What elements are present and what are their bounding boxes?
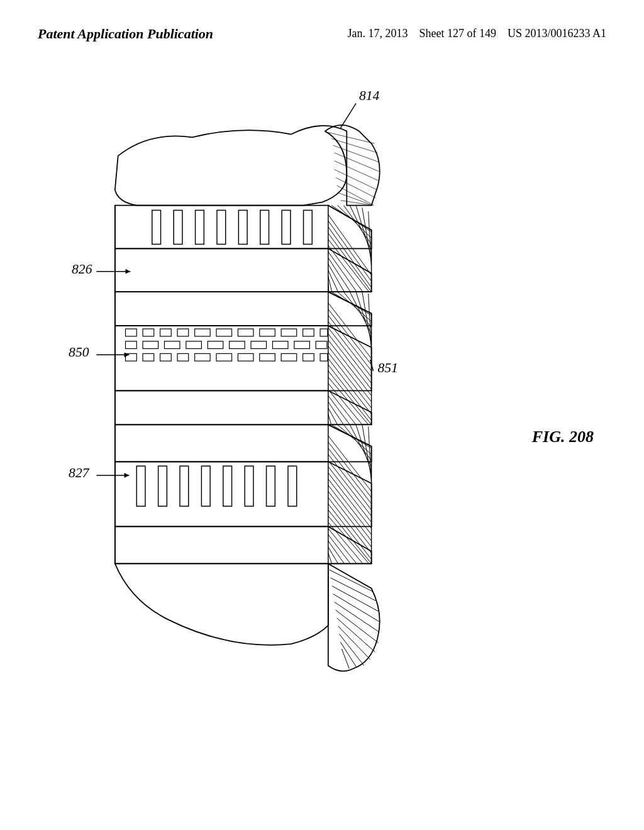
svg-rect-112 <box>223 466 232 506</box>
svg-rect-64 <box>294 341 310 349</box>
svg-rect-76 <box>320 353 328 361</box>
svg-line-147 <box>335 602 380 632</box>
svg-line-86 <box>328 315 372 370</box>
svg-text:850: 850 <box>69 345 89 360</box>
svg-rect-113 <box>245 466 253 506</box>
svg-rect-60 <box>208 341 223 349</box>
svg-line-125 <box>328 448 372 504</box>
svg-line-9 <box>337 185 374 205</box>
svg-rect-70 <box>195 353 211 361</box>
svg-rect-56 <box>126 341 137 349</box>
svg-line-101 <box>328 408 338 425</box>
svg-line-149 <box>337 618 375 652</box>
svg-rect-22 <box>304 210 313 244</box>
svg-rect-58 <box>164 341 180 349</box>
pub-date: Jan. 17, 2013 <box>347 27 408 40</box>
svg-line-39 <box>328 270 338 292</box>
patent-page: Patent Application Publication Jan. 17, … <box>0 0 644 830</box>
svg-line-92 <box>328 352 372 407</box>
svg-line-6 <box>335 161 379 180</box>
svg-rect-74 <box>281 353 297 361</box>
svg-rect-72 <box>238 353 253 361</box>
svg-line-131 <box>328 485 372 541</box>
svg-rect-19 <box>238 210 247 244</box>
svg-rect-110 <box>180 466 189 506</box>
svg-line-142 <box>328 553 332 564</box>
svg-rect-52 <box>260 329 275 336</box>
svg-line-7 <box>335 170 377 190</box>
svg-text:851: 851 <box>377 360 397 375</box>
svg-rect-54 <box>303 329 314 336</box>
svg-rect-45 <box>126 329 137 336</box>
svg-marker-107 <box>125 473 130 478</box>
svg-rect-65 <box>316 341 327 349</box>
svg-rect-61 <box>230 341 245 349</box>
svg-line-4 <box>333 145 379 162</box>
svg-rect-57 <box>143 341 158 349</box>
pub-number: US 2013/0016233 A1 <box>508 27 606 40</box>
svg-line-93 <box>328 358 372 414</box>
svg-line-94 <box>328 365 372 420</box>
svg-marker-14 <box>126 269 131 274</box>
svg-line-129 <box>328 473 372 528</box>
svg-line-141 <box>328 547 338 564</box>
svg-marker-44 <box>125 352 130 357</box>
svg-rect-55 <box>320 329 328 336</box>
svg-rect-51 <box>238 329 253 336</box>
svg-rect-46 <box>143 329 154 336</box>
svg-rect-71 <box>216 353 232 361</box>
svg-line-85 <box>328 309 372 365</box>
svg-rect-111 <box>201 466 210 506</box>
svg-rect-75 <box>303 353 314 361</box>
page-header: Patent Application Publication Jan. 17, … <box>0 0 644 56</box>
svg-rect-63 <box>272 341 288 349</box>
svg-line-127 <box>328 460 372 516</box>
publication-title: Patent Application Publication <box>38 25 213 43</box>
svg-rect-108 <box>136 466 145 506</box>
svg-line-133 <box>328 497 372 553</box>
svg-rect-114 <box>267 466 275 506</box>
svg-line-139 <box>328 534 350 563</box>
svg-line-33 <box>328 233 372 292</box>
svg-line-3 <box>331 138 378 153</box>
svg-line-90 <box>328 340 372 396</box>
svg-line-124 <box>328 442 372 497</box>
svg-line-138 <box>328 528 357 563</box>
svg-rect-59 <box>186 341 202 349</box>
svg-line-28 <box>362 208 372 262</box>
svg-text:814: 814 <box>359 88 380 103</box>
svg-rect-62 <box>251 341 267 349</box>
svg-line-37 <box>328 258 350 292</box>
svg-rect-67 <box>143 353 154 361</box>
svg-rect-73 <box>260 353 275 361</box>
svg-rect-49 <box>195 329 211 336</box>
svg-line-8 <box>336 177 376 197</box>
svg-rect-68 <box>160 353 172 361</box>
svg-line-1 <box>340 103 356 128</box>
sheet-info: Sheet 127 of 149 <box>419 27 496 40</box>
svg-rect-16 <box>174 210 182 244</box>
svg-rect-21 <box>282 210 291 244</box>
svg-rect-20 <box>260 210 269 244</box>
drawing-area: FIG. 208 814 826 <box>38 82 606 792</box>
svg-line-153 <box>341 649 349 668</box>
svg-line-150 <box>338 626 370 660</box>
svg-rect-50 <box>216 329 232 336</box>
svg-text:826: 826 <box>72 262 92 277</box>
svg-line-2 <box>328 133 375 144</box>
svg-rect-18 <box>217 210 226 244</box>
svg-line-11 <box>340 201 372 206</box>
patent-svg: 814 826 <box>38 82 606 792</box>
svg-rect-48 <box>177 329 189 336</box>
svg-rect-69 <box>177 353 189 361</box>
svg-line-128 <box>328 467 372 522</box>
svg-rect-47 <box>160 329 172 336</box>
publication-info: Jan. 17, 2013 Sheet 127 of 149 US 2013/0… <box>347 25 606 42</box>
svg-rect-15 <box>152 210 161 244</box>
svg-rect-17 <box>196 210 204 244</box>
svg-rect-53 <box>281 329 297 336</box>
svg-line-134 <box>328 504 372 559</box>
svg-line-126 <box>328 455 372 510</box>
svg-rect-115 <box>288 466 297 506</box>
svg-line-10 <box>339 193 373 206</box>
